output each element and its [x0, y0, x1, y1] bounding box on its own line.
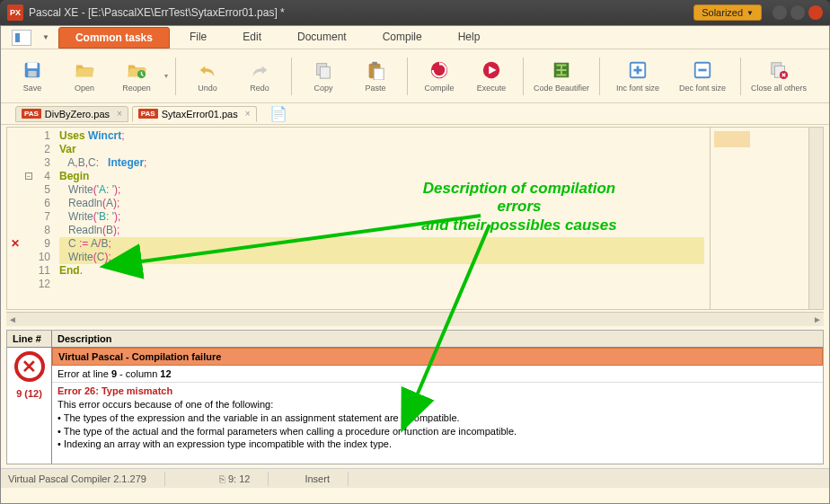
pas-badge-icon: PAS: [22, 109, 41, 119]
file-tab-sytaxerror01-pas[interactable]: PASSytaxError01.pas×: [132, 106, 257, 122]
copy-icon: [311, 59, 336, 81]
file-tabs-row: PASDivByZero.pas×PASSytaxError01.pas× 📄: [1, 103, 829, 125]
close-icon[interactable]: [808, 5, 823, 20]
new-tab-icon[interactable]: 📄: [269, 105, 287, 122]
svg-rect-1: [28, 63, 38, 68]
menu-tab-document[interactable]: Document: [281, 27, 363, 49]
paste-button[interactable]: Paste: [351, 54, 400, 99]
menu-tab-help[interactable]: Help: [442, 27, 497, 49]
reopen-dropdown-icon[interactable]: ▾: [164, 72, 168, 80]
panel-layout-button[interactable]: [12, 30, 31, 46]
titlebar: PX Pascal XE - [E:\PascalXE\ErrTest\Syta…: [0, 0, 830, 25]
close-all-others-button[interactable]: Close all others: [748, 54, 809, 99]
error-panel: Line # ✕ 9 (12) Description Virtual Pasc…: [6, 330, 824, 464]
pas-badge-icon: PAS: [138, 109, 158, 119]
compile-icon: [427, 59, 452, 81]
toolbar: SaveOpenReopen▾UndoRedoCopyPasteCompileE…: [1, 49, 829, 103]
horizontal-scrollbar[interactable]: ◄ ►: [6, 312, 824, 326]
error-icon: ✕: [14, 351, 45, 382]
compilation-failure-row[interactable]: Virtual Pascal - Compilation failure: [52, 348, 823, 366]
undo-icon: [195, 59, 220, 81]
inc-font-size-button[interactable]: Inc font size: [607, 54, 668, 99]
theme-selector[interactable]: Solarized▼: [693, 4, 762, 21]
error-col-desc-header: Description: [52, 331, 823, 348]
execute-icon: [479, 59, 504, 81]
beautifier-icon: [549, 59, 574, 81]
save-button[interactable]: Save: [8, 54, 57, 99]
menu-tab-common-tasks[interactable]: Common tasks: [58, 27, 170, 49]
open-icon: [72, 59, 97, 81]
menu-tab-compile[interactable]: Compile: [366, 27, 438, 49]
error-detail[interactable]: Error 26: Type mismatch This error occur…: [52, 383, 823, 453]
vertical-scrollbar[interactable]: [808, 128, 823, 309]
execute-button[interactable]: Execute: [467, 54, 516, 99]
line-gutter: 123−45678✕9101112: [22, 128, 54, 309]
menubar: ▼ Common tasksFileEditDocumentCompileHel…: [1, 26, 829, 49]
file-tab-divbyzero-pas[interactable]: PASDivByZero.pas×: [15, 106, 128, 122]
annotation-text: Description of compilation errors and th…: [402, 180, 636, 234]
maximize-icon[interactable]: [790, 5, 805, 20]
tab-close-icon[interactable]: ×: [245, 109, 251, 119]
status-insert-mode: Insert: [305, 473, 330, 484]
plus-icon: [625, 59, 650, 81]
svg-rect-8: [374, 68, 384, 80]
status-cursor-pos: ⎘ 9: 12: [219, 473, 251, 484]
redo-icon: [247, 59, 272, 81]
window-title: Pascal XE - [E:\PascalXE\ErrTest\SytaxEr…: [29, 6, 285, 19]
error-line-number: 9 (12): [7, 385, 51, 402]
status-compiler: Virtual Pascal Compiler 2.1.279: [8, 473, 146, 484]
copy-button[interactable]: Copy: [299, 54, 348, 99]
svg-rect-7: [372, 62, 377, 66]
save-icon: [20, 59, 45, 81]
reopen-button[interactable]: Reopen: [112, 54, 161, 99]
dec-font-size-button[interactable]: Dec font size: [672, 54, 733, 99]
undo-button[interactable]: Undo: [183, 54, 232, 99]
closeall-icon: [766, 59, 791, 81]
statusbar: Virtual Pascal Compiler 2.1.279 ⎘ 9: 12 …: [1, 468, 829, 488]
error-col-line-header: Line #: [7, 331, 51, 348]
menu-tab-file[interactable]: File: [173, 27, 223, 49]
svg-rect-5: [320, 66, 330, 78]
open-button[interactable]: Open: [60, 54, 109, 99]
error-location-row[interactable]: Error at line 9 - column 12: [52, 366, 823, 383]
reopen-icon: [124, 59, 149, 81]
chevron-down-icon[interactable]: ▼: [42, 33, 49, 41]
minimap[interactable]: [710, 128, 808, 309]
minus-icon: [690, 59, 715, 81]
paste-icon: [363, 59, 388, 81]
svg-rect-2: [28, 71, 36, 76]
minimize-icon[interactable]: [773, 5, 787, 20]
tab-close-icon[interactable]: ×: [117, 109, 122, 119]
code-beautifier-button[interactable]: Code Beautifier: [531, 54, 592, 99]
compile-button[interactable]: Compile: [415, 54, 464, 99]
menu-tab-edit[interactable]: Edit: [226, 27, 278, 49]
redo-button[interactable]: Redo: [235, 54, 284, 99]
app-icon: PX: [7, 4, 23, 21]
